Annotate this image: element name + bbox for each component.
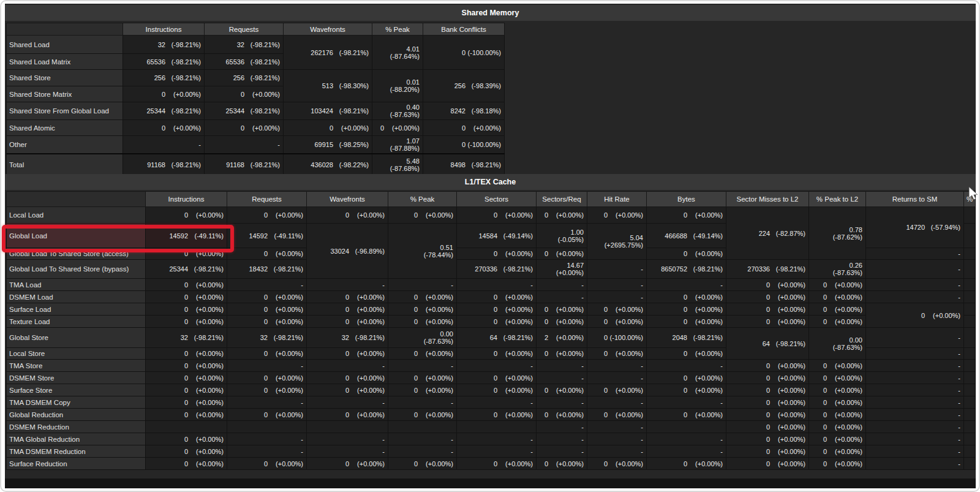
cell[interactable]: 256(-98.21%) bbox=[123, 70, 205, 86]
cell[interactable]: 0(+0.00%) bbox=[809, 384, 866, 396]
cell[interactable]: 0(+0.00%) bbox=[227, 372, 307, 384]
row-label[interactable]: Global Store bbox=[7, 328, 146, 348]
cell[interactable]: 32(-98.21%) bbox=[205, 36, 284, 54]
cell[interactable]: - bbox=[866, 409, 964, 421]
cell[interactable]: 14.67(+0.00%) bbox=[537, 260, 587, 279]
cell[interactable]: 0(+0.00%) bbox=[457, 458, 537, 470]
cell[interactable]: 270336(-98.21%) bbox=[457, 260, 537, 279]
cell[interactable]: 0(+0.00%) bbox=[457, 316, 537, 328]
cell[interactable]: 0(+0.00%) bbox=[537, 348, 587, 360]
cell[interactable]: - bbox=[866, 328, 964, 348]
cell[interactable]: 0(+0.00%) bbox=[587, 348, 647, 360]
cell[interactable]: - bbox=[587, 279, 647, 291]
cell[interactable]: 0(+0.00%) bbox=[388, 291, 457, 303]
cell[interactable]: 0(+0.00%) bbox=[647, 248, 726, 260]
cell[interactable]: - bbox=[587, 260, 647, 279]
cell[interactable]: 0(+0.00%) bbox=[388, 458, 457, 470]
cell[interactable]: - bbox=[227, 396, 307, 409]
cell[interactable]: - bbox=[647, 360, 726, 372]
row-label[interactable]: Global Load To Shared Store (bypass) bbox=[7, 260, 146, 279]
cell[interactable]: - bbox=[647, 279, 726, 291]
cell[interactable]: 0(+0.00%) bbox=[146, 207, 227, 224]
cell[interactable] bbox=[307, 421, 388, 433]
cell[interactable]: 0(+0.00%) bbox=[146, 348, 227, 360]
cell[interactable]: 0(+0.00%) bbox=[227, 303, 307, 316]
cell[interactable]: 0(+0.00%) bbox=[587, 316, 647, 328]
table-row[interactable]: Shared Load32(-98.21%)32(-98.21%)262176(… bbox=[7, 36, 505, 54]
cell[interactable]: 0(+0.00%) bbox=[726, 445, 809, 458]
cell[interactable] bbox=[227, 421, 307, 433]
cell[interactable]: - bbox=[537, 445, 587, 458]
row-label[interactable]: Local Store bbox=[7, 348, 146, 360]
cell[interactable]: 0(+0.00%) bbox=[307, 303, 388, 316]
row-label[interactable]: DSMEM Load bbox=[7, 291, 146, 303]
cell[interactable]: 14584(-49.14%) bbox=[457, 224, 537, 248]
cell[interactable]: 64(-98.21%) bbox=[457, 328, 537, 348]
cell[interactable]: 25344(-98.21%) bbox=[123, 102, 205, 120]
cell[interactable]: 0(+0.00%) bbox=[537, 303, 587, 316]
cell[interactable]: - bbox=[307, 396, 388, 409]
cell[interactable] bbox=[964, 409, 976, 421]
table-row[interactable]: Other--69915(-98.25%)1.07(-87.88%)0(-100… bbox=[7, 136, 505, 154]
cell[interactable]: 0(+0.00%) bbox=[809, 445, 866, 458]
cell[interactable]: 0(+0.00%) bbox=[726, 384, 809, 396]
cell[interactable] bbox=[964, 303, 976, 316]
cell[interactable] bbox=[457, 421, 537, 433]
table-row[interactable]: DSMEM Store0(+0.00%)0(+0.00%)0(+0.00%)0(… bbox=[7, 372, 976, 384]
cell[interactable]: - bbox=[587, 396, 647, 409]
cell[interactable]: 91168(-98.21%) bbox=[205, 154, 284, 175]
cell[interactable] bbox=[647, 421, 726, 433]
cell[interactable]: 0(+0.00%) bbox=[809, 421, 866, 433]
cell[interactable]: 0(+0.00%) bbox=[726, 421, 809, 433]
cell[interactable]: - bbox=[123, 136, 205, 154]
table-row[interactable]: Shared Store From Global Load25344(-98.2… bbox=[7, 102, 505, 120]
cell[interactable]: 2(+0.00%) bbox=[537, 328, 587, 348]
cell[interactable]: 0(+0.00%) bbox=[388, 348, 457, 360]
cell[interactable]: - bbox=[227, 360, 307, 372]
cell[interactable]: 256(-98.39%) bbox=[423, 70, 505, 102]
cell[interactable]: - bbox=[227, 433, 307, 445]
row-label[interactable]: Shared Load bbox=[7, 36, 123, 54]
cell[interactable]: 103424(-98.21%) bbox=[284, 102, 372, 120]
cell[interactable]: 513(-98.30%) bbox=[284, 70, 372, 102]
cell[interactable]: - bbox=[388, 360, 457, 372]
cell[interactable]: 65536(-98.21%) bbox=[123, 54, 205, 70]
table-row[interactable]: Shared Atomic0(+0.00%)0(+0.00%)0(+0.00%)… bbox=[7, 120, 505, 136]
cell[interactable]: 0(+0.00%) bbox=[457, 348, 537, 360]
cell[interactable]: - bbox=[227, 279, 307, 291]
row-label[interactable]: TMA DSMEM Reduction bbox=[7, 445, 146, 458]
cell[interactable]: - bbox=[866, 396, 964, 409]
cell[interactable] bbox=[964, 396, 976, 409]
table-row[interactable]: TMA Load0(+0.00%)-------0(+0.00%)0(+0.00… bbox=[7, 279, 976, 291]
cell[interactable]: - bbox=[866, 421, 964, 433]
cell[interactable]: 0(+0.00%) bbox=[227, 291, 307, 303]
cell[interactable]: 0(+0.00%) bbox=[866, 303, 964, 328]
cell[interactable]: 0(+0.00%) bbox=[587, 384, 647, 396]
cell[interactable]: 0(+0.00%) bbox=[647, 316, 726, 328]
row-label[interactable]: TMA Load bbox=[7, 279, 146, 291]
cell[interactable]: - bbox=[457, 279, 537, 291]
row-label[interactable]: Surface Reduction bbox=[7, 458, 146, 470]
table-row[interactable]: Surface Load0(+0.00%)0(+0.00%)0(+0.00%)0… bbox=[7, 303, 976, 316]
cell[interactable]: 256(-98.21%) bbox=[205, 70, 284, 86]
cell[interactable]: - bbox=[307, 279, 388, 291]
cell[interactable]: - bbox=[537, 433, 587, 445]
cell[interactable]: 1.07(-87.88%) bbox=[372, 136, 423, 154]
row-label[interactable]: Shared Load Matrix bbox=[7, 54, 123, 70]
table-row[interactable]: Total91168(-98.21%)91168(-98.21%)436028(… bbox=[7, 154, 505, 175]
cell[interactable]: - bbox=[388, 445, 457, 458]
cell[interactable]: 0(+0.00%) bbox=[372, 120, 423, 136]
cell[interactable]: 0(+0.00%) bbox=[809, 316, 866, 328]
cell[interactable]: 0(+0.00%) bbox=[809, 303, 866, 316]
row-label[interactable]: DSMEM Store bbox=[7, 372, 146, 384]
cell[interactable] bbox=[964, 458, 976, 470]
cell[interactable]: 32(-98.21%) bbox=[123, 36, 205, 54]
cell[interactable]: 0(+0.00%) bbox=[647, 409, 726, 421]
cell[interactable]: 0(+0.00%) bbox=[587, 303, 647, 316]
cell[interactable]: 0.40(-87.63%) bbox=[372, 102, 423, 120]
cell[interactable]: 0(+0.00%) bbox=[537, 409, 587, 421]
cell[interactable]: - bbox=[647, 433, 726, 445]
cell[interactable] bbox=[964, 291, 976, 303]
cell[interactable]: 5.48(-87.68%) bbox=[372, 154, 423, 175]
table-row[interactable]: TMA DSMEM Copy0(+0.00%)-------0(+0.00%)0… bbox=[7, 396, 976, 409]
